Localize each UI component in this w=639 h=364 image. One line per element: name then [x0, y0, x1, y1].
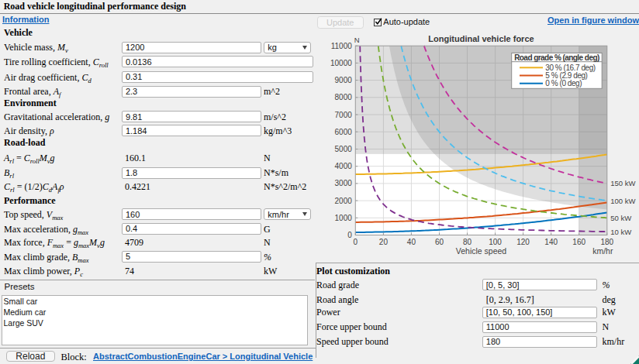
svg-text:0: 0 — [354, 238, 358, 246]
svg-text:11000: 11000 — [331, 42, 353, 50]
svg-text:6000: 6000 — [335, 128, 353, 136]
svg-text:50 kW: 50 kW — [610, 214, 631, 222]
svg-text:N: N — [354, 36, 360, 44]
svg-text:160: 160 — [572, 238, 585, 246]
svg-text:7000: 7000 — [335, 111, 353, 119]
svg-text:3000: 3000 — [335, 179, 353, 187]
svg-text:150 kW: 150 kW — [610, 179, 635, 187]
svg-text:180: 180 — [600, 238, 613, 246]
svg-text:0 % (0 deg): 0 % (0 deg) — [545, 79, 582, 88]
svg-text:10000: 10000 — [330, 59, 352, 67]
svg-text:40: 40 — [407, 238, 416, 246]
svg-text:9000: 9000 — [335, 76, 353, 84]
svg-text:2000: 2000 — [335, 197, 353, 205]
svg-text:120: 120 — [516, 238, 530, 246]
svg-text:Vehicle speed: Vehicle speed — [456, 246, 507, 256]
svg-text:Longitudinal vehicle force: Longitudinal vehicle force — [428, 34, 534, 43]
svg-text:20: 20 — [379, 238, 389, 246]
svg-text:8000: 8000 — [335, 93, 353, 101]
svg-text:4000: 4000 — [335, 162, 353, 170]
svg-text:100: 100 — [489, 238, 502, 246]
svg-text:0: 0 — [347, 231, 352, 239]
svg-text:Road grade % (angle deg): Road grade % (angle deg) — [514, 53, 599, 62]
svg-text:140: 140 — [544, 238, 558, 246]
svg-text:1000: 1000 — [335, 214, 353, 222]
svg-text:5000: 5000 — [335, 145, 353, 153]
svg-text:km/hr: km/hr — [592, 246, 613, 256]
svg-text:10 kW: 10 kW — [610, 228, 631, 236]
svg-text:60: 60 — [435, 238, 444, 246]
svg-text:80: 80 — [463, 238, 472, 246]
svg-text:100 kW: 100 kW — [610, 197, 635, 205]
